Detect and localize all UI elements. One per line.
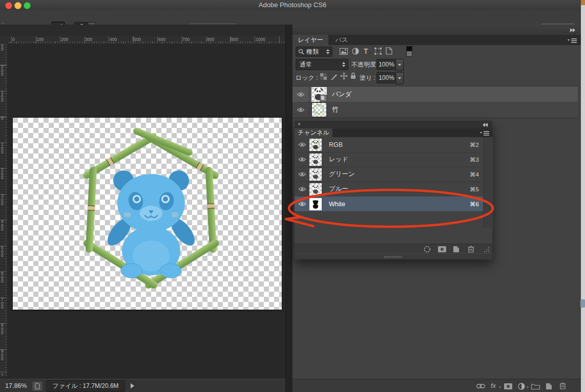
- channel-name: ブルー: [329, 185, 348, 193]
- eye-icon[interactable]: [298, 142, 306, 147]
- layer-row-bamboo[interactable]: 竹: [292, 102, 578, 118]
- lock-transparency-icon[interactable]: [320, 73, 327, 80]
- delete-layer-icon[interactable]: [559, 382, 566, 389]
- document-info-icon[interactable]: [32, 381, 43, 391]
- close-panel-icon[interactable]: ×: [298, 121, 301, 127]
- layers-panel-footer: fx: [292, 379, 581, 392]
- eye-icon[interactable]: [298, 186, 306, 192]
- blend-mode-value: 通常: [300, 60, 312, 69]
- ruler-corner[interactable]: [0, 36, 8, 44]
- opacity-caret-button[interactable]: [395, 59, 404, 71]
- collapse-panel-icon[interactable]: [482, 123, 488, 127]
- bamboo-thumbnail-art: [312, 103, 325, 116]
- lock-pixels-icon[interactable]: [330, 73, 338, 80]
- layer-visibility-toggle[interactable]: [292, 86, 309, 102]
- caret-down-icon: [499, 387, 501, 388]
- lock-position-icon[interactable]: [340, 72, 348, 80]
- v-ruler-label: 300: [1, 43, 6, 52]
- panel-resize-grip-icon[interactable]: [484, 247, 490, 253]
- minimize-window-button[interactable]: [14, 2, 22, 9]
- collapse-panels-icon[interactable]: [570, 28, 576, 32]
- v-ruler-label: 200: [1, 168, 6, 180]
- layers-panel-menu-icon[interactable]: [568, 38, 577, 43]
- new-group-icon[interactable]: [531, 383, 540, 389]
- layer-style-icon[interactable]: fx: [491, 382, 496, 389]
- channel-name: グリーン: [329, 170, 355, 179]
- close-window-button[interactable]: [5, 2, 12, 9]
- channel-row-white[interactable]: White ⌘6: [295, 197, 483, 212]
- filter-pixel-layers-icon[interactable]: [340, 48, 348, 55]
- new-adjustment-layer-icon[interactable]: [518, 383, 525, 390]
- fill-label: 塗り :: [360, 74, 375, 82]
- channel-row-green[interactable]: グリーン ⌘4: [295, 167, 483, 182]
- desktop-peek: [581, 0, 585, 5]
- filter-adjustment-layers-icon[interactable]: [352, 48, 359, 55]
- channels-panel-header[interactable]: ×: [295, 121, 492, 129]
- fill-caret-button[interactable]: [395, 72, 404, 84]
- layer-thumbnail[interactable]: [311, 87, 327, 102]
- v-ruler-label: 1000: [1, 374, 6, 376]
- zoom-level-field[interactable]: 17.86%: [5, 382, 27, 389]
- load-channel-as-selection-icon[interactable]: [424, 246, 431, 253]
- new-layer-icon[interactable]: [546, 382, 552, 390]
- link-layers-icon[interactable]: [476, 384, 485, 388]
- tab-channels[interactable]: チャンネル: [295, 128, 332, 137]
- filter-type-label: 種類: [306, 48, 319, 56]
- canvas[interactable]: [13, 118, 282, 310]
- channel-shortcut: ⌘5: [470, 186, 479, 193]
- blend-mode-dropdown[interactable]: 通常: [296, 59, 348, 70]
- new-channel-icon[interactable]: [453, 245, 459, 253]
- channel-shortcut: ⌘3: [470, 156, 479, 163]
- filter-smart-objects-icon[interactable]: [386, 47, 392, 55]
- channel-row-red[interactable]: レッド ⌘3: [295, 152, 483, 167]
- channel-thumbnail: [309, 198, 322, 210]
- layer-filter-type-dropdown[interactable]: 種類: [296, 47, 332, 57]
- save-selection-as-channel-icon[interactable]: [438, 246, 446, 252]
- fill-value-field[interactable]: 100%: [377, 72, 396, 83]
- document-tab-strip: × パンダ-1.psd @ 17.9% (パンダ, White/8) *: [0, 25, 285, 37]
- eye-icon: [297, 107, 305, 113]
- channels-scrollbar[interactable]: [483, 137, 493, 228]
- panda-artwork: [72, 125, 231, 292]
- filter-shape-layers-icon[interactable]: [374, 48, 382, 55]
- status-menu-button[interactable]: [127, 380, 137, 391]
- zoom-window-button[interactable]: [24, 2, 31, 9]
- caret-down-icon: [398, 77, 401, 79]
- v-ruler-label: 0: [1, 117, 6, 121]
- channels-panel-resize-handle[interactable]: [295, 253, 492, 259]
- channel-row-blue[interactable]: ブルー ⌘5: [295, 182, 483, 197]
- vertical-ruler[interactable]: 300 200 100 0 100 200 300 400 500 600 70…: [0, 43, 8, 376]
- v-ruler-label: 500: [1, 246, 6, 258]
- horizontal-ruler[interactable]: 0 100 200 300 400 500 600 700 800 900 10…: [7, 36, 285, 44]
- smart-object-badge: [320, 95, 327, 102]
- h-ruler-label: 1000: [256, 37, 265, 42]
- lock-all-icon[interactable]: [350, 72, 356, 79]
- tab-layers[interactable]: レイヤー: [292, 35, 328, 45]
- filtering-toggle-switch[interactable]: [406, 46, 412, 57]
- filter-type-layers-icon[interactable]: T: [364, 47, 368, 55]
- eye-icon[interactable]: [298, 171, 306, 177]
- channel-name: RGB: [329, 141, 343, 148]
- channel-shortcut: ⌘4: [470, 171, 479, 178]
- eye-icon[interactable]: [298, 157, 306, 162]
- opacity-value-field[interactable]: 100%: [377, 59, 396, 70]
- eye-icon[interactable]: [298, 201, 306, 207]
- h-ruler-label: 200: [61, 37, 68, 42]
- v-ruler-label: 400: [1, 220, 6, 232]
- caret-down-icon: [398, 64, 401, 66]
- edge-scrollbar-thumb[interactable]: [580, 299, 585, 308]
- delete-channel-icon[interactable]: [468, 245, 474, 253]
- add-layer-mask-icon[interactable]: [504, 383, 512, 389]
- channels-panel-menu-icon[interactable]: [480, 131, 489, 136]
- layer-name: パンダ: [332, 90, 351, 99]
- status-bar: 17.86% ファイル : 17.7M/20.6M: [0, 379, 285, 392]
- layer-row-panda[interactable]: パンダ: [292, 86, 578, 103]
- window-title: Adobe Photoshop CS6: [0, 0, 585, 10]
- channel-row-rgb[interactable]: RGB ⌘2: [295, 137, 483, 153]
- tab-paths[interactable]: パス: [328, 35, 355, 45]
- layer-thumbnail[interactable]: [311, 102, 327, 117]
- file-size-indicator: ファイル : 17.7M/20.6M: [46, 380, 125, 392]
- h-ruler-label: 600: [158, 37, 165, 42]
- v-ruler-label: 600: [1, 272, 6, 284]
- layer-visibility-toggle[interactable]: [292, 102, 309, 118]
